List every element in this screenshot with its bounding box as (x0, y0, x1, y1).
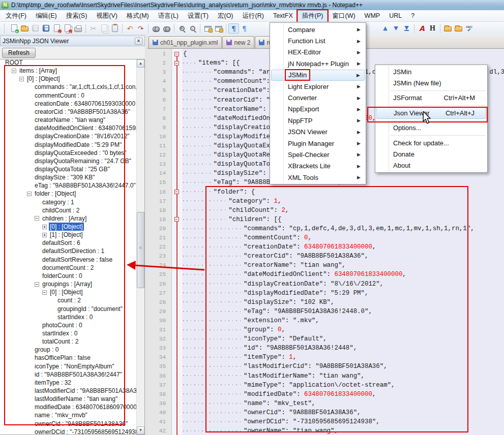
menubar-item-help[interactable]: ? (406, 11, 419, 21)
tree-item[interactable]: eTag : "9A8B8BF501A38A36!2447.0" (0, 181, 137, 190)
redo-icon[interactable]: ↷ (135, 23, 146, 34)
tree-item[interactable]: −items : [Array] (0, 67, 58, 75)
plugin-menu-item-function-list[interactable]: Function List▶ (271, 35, 365, 46)
collapse-icon[interactable]: − (42, 290, 47, 295)
cut-icon[interactable]: ✂ (88, 23, 99, 34)
zoom-out-icon[interactable]: - (187, 23, 198, 34)
triangle-down-icon[interactable]: ▼ (391, 23, 401, 34)
menubar-item-macro[interactable]: 宏(O) (213, 10, 238, 22)
tree-item[interactable]: startIndex : 0 (0, 313, 94, 321)
undo-icon[interactable]: ↶ (125, 23, 135, 34)
plugin-menu-item-light-explorer[interactable]: Light Explorer▶ (271, 81, 365, 92)
tree-item[interactable]: name : "mkv_rmvb" (0, 411, 88, 419)
copy-icon[interactable] (99, 23, 109, 34)
tree-item[interactable]: category : 1 (0, 198, 75, 206)
expand-icon[interactable]: + (42, 225, 47, 229)
json-tree[interactable]: ROOT−items : [Array]−[0] : [Object]comma… (0, 59, 145, 435)
replace-icon[interactable] (161, 23, 172, 34)
tree-scrollbar[interactable]: ▲ ▼ (136, 59, 144, 434)
find-icon[interactable] (151, 23, 161, 34)
tree-item[interactable]: −[0] : [Object] (0, 288, 84, 296)
tree-item[interactable]: displayQuotaTotal : "25 GB" (0, 165, 111, 173)
plugin-menu-item-hex-editor[interactable]: HEX-Editor▶ (271, 47, 365, 58)
tree-item[interactable]: displayQuotaExceeded : "0 bytes" (0, 149, 128, 157)
plugin-menu-item-xbrackets-lite[interactable]: XBrackets Lite▶ (271, 161, 365, 172)
paste-icon[interactable] (109, 23, 120, 34)
plugin-menu-item-xml-tools[interactable]: XML Tools▶ (271, 172, 365, 183)
tree-item[interactable]: defaultSortReverse : false (0, 256, 113, 264)
tree-item[interactable]: −groupings : [Array] (0, 280, 93, 288)
tree-item[interactable]: documentCount : 2 (0, 264, 95, 272)
tree-item[interactable]: displayCreationDate : "8\/16\/2012" (0, 132, 131, 140)
macro-a-icon[interactable]: A (417, 23, 427, 34)
refresh-button[interactable]: Refresh (2, 48, 36, 58)
collapse-icon[interactable]: − (27, 192, 32, 196)
zoom-in-icon[interactable]: + (176, 23, 187, 34)
tree-item[interactable]: dateModifiedOnClient : 63480706159303000… (0, 124, 145, 132)
expand-icon[interactable]: + (42, 233, 47, 237)
tree-item[interactable]: ROOT (0, 59, 24, 67)
menubar-item-plugins[interactable]: 插件(P) (298, 10, 328, 22)
submenu-item-jsmin-run[interactable]: JSMin (376, 66, 486, 77)
menubar-item-search[interactable]: 搜索(S) (62, 10, 92, 22)
menubar-item-wmp[interactable]: WMP (360, 11, 385, 21)
tree-item[interactable]: commands : "ar,1,cft,1,cxls,1,cf,1,con,1… (0, 83, 145, 91)
tree-item[interactable]: photoCount : 0 (0, 321, 83, 329)
menubar-item-edit[interactable]: 编辑(E) (31, 10, 62, 22)
plugin-menu-item-compare[interactable]: Compare▶ (271, 24, 365, 35)
menubar-item-textfx[interactable]: TextFX (269, 11, 298, 21)
menubar-item-settings[interactable]: 设置(T) (183, 10, 213, 22)
tree-item[interactable]: displayQuotaRemaining : "24.7 GB" (0, 157, 132, 165)
menubar-item-view[interactable]: 视图(V) (92, 10, 122, 22)
tree-item[interactable]: lastModifierCid : "9A8B8BF501A38A36" (0, 387, 143, 395)
fold-collapse-icon[interactable]: − (174, 52, 179, 56)
tree-item[interactable]: startIndex : 0 (0, 329, 78, 337)
plugin-menu-item-nppexport[interactable]: NppExport▶ (271, 104, 365, 115)
panel-close-icon[interactable]: × (135, 38, 142, 45)
tree-item[interactable]: folderCount : 0 (0, 272, 83, 280)
menubar-item-url[interactable]: URL (384, 11, 406, 21)
tree-item[interactable]: +[1] : [Object] (0, 231, 84, 239)
tree-item[interactable]: count : 2 (0, 296, 82, 304)
plugin-menu-item-spell-checker[interactable]: Spell-Checker▶ (271, 149, 365, 160)
plugin-menu-item-converter[interactable]: Converter▶ (271, 92, 365, 103)
tree-item[interactable]: +[0] : [Object] (0, 223, 84, 231)
menubar-item-run[interactable]: 运行(R) (238, 10, 269, 22)
plugin-menu-item-jn-plugin[interactable]: jN Notepad++ Plugin▶ (271, 58, 365, 69)
tree-item[interactable]: itemType : 32 (0, 379, 72, 387)
tree-item[interactable]: displaySize : "309 KB" (0, 173, 96, 181)
tree-item[interactable]: totalCount : 2 (0, 337, 79, 346)
tree-item[interactable]: lastModifierName : "tian wang" (0, 395, 118, 403)
scroll-up-icon[interactable]: ▲ (137, 59, 144, 68)
tab-new-2[interactable]: new 2 (222, 36, 254, 48)
tree-item[interactable]: −folder : [Object] (0, 190, 77, 198)
submenu-item-jsformat[interactable]: JSFormatCtrl+Alt+M (376, 92, 486, 104)
collapse-icon[interactable]: − (35, 216, 39, 221)
collapse-icon[interactable]: − (12, 69, 16, 73)
tree-item[interactable]: group : 0 (0, 346, 60, 354)
folder-link-icon[interactable] (453, 23, 464, 34)
submenu-item-donate[interactable]: Donate (376, 148, 486, 160)
tree-item[interactable]: id : "9A8B8BF501A38A36!2447" (0, 370, 123, 379)
submenu-item-jsmin-new-file[interactable]: JSMin (New file) (376, 77, 486, 88)
tree-item[interactable]: iconType : "NonEmptyAlbum" (0, 362, 115, 370)
scrollbar-thumb[interactable] (137, 212, 144, 288)
tree-item[interactable]: commentCount : 0 (0, 91, 85, 100)
fold-collapse-icon[interactable]: − (174, 217, 179, 222)
submenu-item-about[interactable]: About (376, 160, 486, 171)
save-icon[interactable] (30, 23, 41, 34)
tree-item[interactable]: hasOfficePlan : false (0, 354, 92, 362)
fold-collapse-icon[interactable]: − (174, 61, 179, 66)
show-symbols-icon[interactable]: ¶ (239, 23, 250, 34)
menubar-item-language[interactable]: 语言(L) (154, 10, 183, 22)
tree-item[interactable]: ownerCid : "9A8B8BF501A38A36" (0, 420, 129, 428)
menubar-item-format[interactable]: 格式(M) (122, 10, 154, 22)
triangle-up-icon[interactable]: ▲ (380, 23, 391, 34)
menubar-item-window[interactable]: 窗口(W) (328, 10, 360, 22)
tree-item[interactable]: creatorCid : "9A8B8BF501A38A36" (0, 108, 131, 116)
plugin-menu-item-plugin-manager[interactable]: Plugin Manager▶ (271, 138, 365, 149)
open-icon[interactable] (19, 23, 30, 34)
tree-item[interactable]: creationDate : 634807061593030000 (0, 100, 136, 108)
tree-item[interactable]: defaultSort : 6 (0, 239, 81, 247)
collapse-icon[interactable]: − (19, 77, 24, 81)
